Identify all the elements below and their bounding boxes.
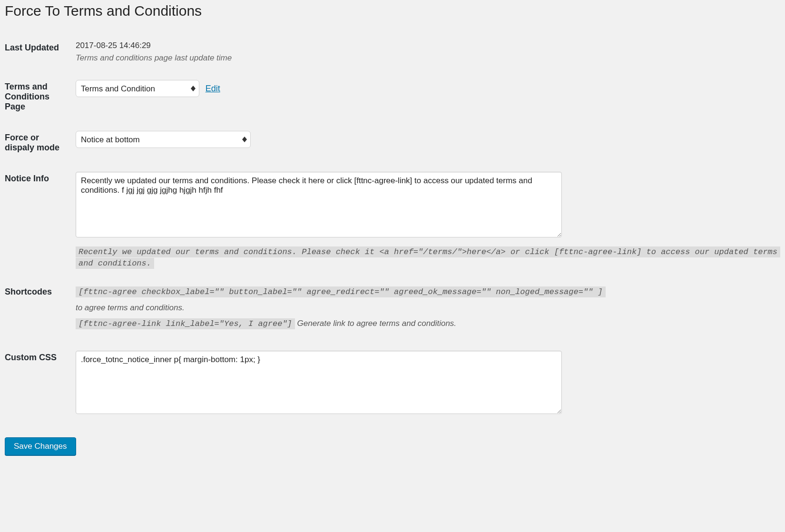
last-updated-value: 2017-08-25 14:46:29 xyxy=(76,41,780,50)
shortcode-agree-link-text: Generate link to agree terms and conditi… xyxy=(297,319,457,328)
mode-select[interactable]: Notice at bottom xyxy=(76,131,251,148)
notice-info-hint-code: Recently we updated our terms and condit… xyxy=(76,246,780,257)
page-title: Force To Terms and Conditions xyxy=(5,3,780,19)
custom-css-textarea[interactable] xyxy=(76,351,562,414)
notice-info-textarea[interactable] xyxy=(76,172,562,237)
edit-page-link[interactable]: Edit xyxy=(206,84,220,93)
custom-css-label: Custom CSS xyxy=(5,342,76,425)
shortcodes-label: Shortcodes xyxy=(5,276,76,342)
settings-form-table: Last Updated 2017-08-25 14:46:29 Terms a… xyxy=(5,32,780,425)
shortcode-agree-link-code: [fttnc-agree-link link_label="Yes, I agr… xyxy=(76,318,295,329)
last-updated-label: Last Updated xyxy=(5,32,76,71)
save-changes-button[interactable]: Save Changes xyxy=(5,437,76,455)
mode-label: Force or dispaly mode xyxy=(5,122,76,163)
notice-info-hint-tail: and conditions. xyxy=(76,258,154,269)
notice-info-label: Notice Info xyxy=(5,163,76,276)
tc-page-label: Terms and Conditions Page xyxy=(5,71,76,122)
last-updated-desc: Terms and conditions page last update ti… xyxy=(76,53,780,63)
shortcode-agree-text: to agree terms and conditions. xyxy=(76,303,185,312)
tc-page-select[interactable]: Terms and Condition xyxy=(76,80,199,97)
shortcode-agree-code: [fttnc-agree checkbox_label="" button_la… xyxy=(76,286,606,297)
